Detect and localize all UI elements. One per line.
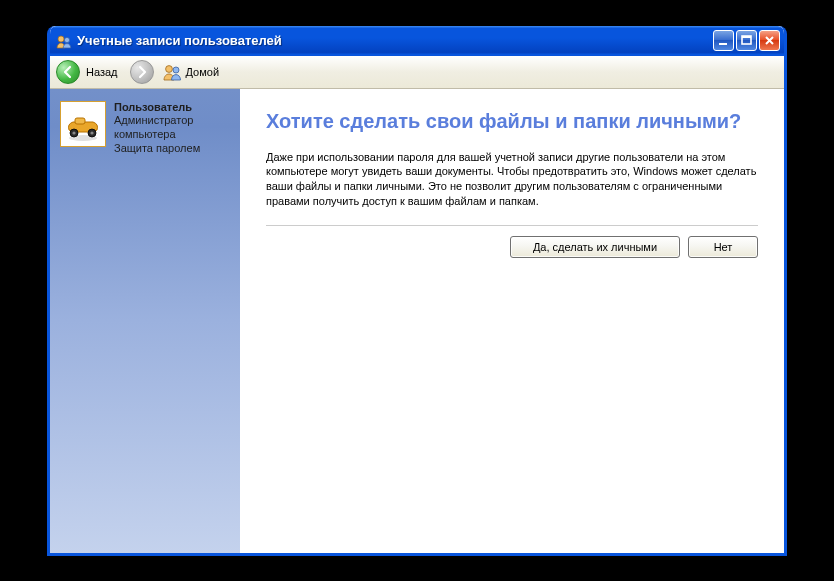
svg-point-0 (58, 36, 64, 42)
maximize-button[interactable] (736, 30, 757, 51)
svg-point-13 (90, 131, 93, 134)
users-icon (162, 62, 182, 82)
home-label: Домой (186, 66, 220, 78)
user-name: Пользователь (114, 101, 200, 115)
svg-point-6 (173, 67, 179, 73)
svg-rect-4 (742, 36, 751, 38)
close-button[interactable] (759, 30, 780, 51)
minimize-button[interactable] (713, 30, 734, 51)
back-label: Назад (84, 66, 126, 78)
user-role-line2: компьютера (114, 128, 200, 142)
user-role-line1: Администратор (114, 114, 200, 128)
titlebar[interactable]: Учетные записи пользователей (50, 26, 784, 56)
window-title: Учетные записи пользователей (77, 33, 713, 48)
sidebar: Пользователь Администратор компьютера За… (50, 89, 240, 553)
back-button[interactable] (56, 60, 80, 84)
divider (266, 225, 758, 226)
home-button[interactable]: Домой (162, 62, 220, 82)
user-card[interactable]: Пользователь Администратор компьютера За… (60, 101, 230, 156)
page-heading: Хотите сделать свои файлы и папки личным… (266, 109, 758, 134)
svg-rect-9 (75, 118, 85, 124)
main-panel: Хотите сделать свои файлы и папки личным… (240, 89, 784, 553)
svg-point-11 (72, 131, 75, 134)
window-buttons (713, 30, 780, 51)
yes-make-private-button[interactable]: Да, сделать их личными (510, 236, 680, 258)
avatar (60, 101, 106, 147)
forward-button[interactable] (130, 60, 154, 84)
no-button[interactable]: Нет (688, 236, 758, 258)
svg-point-5 (165, 65, 172, 72)
window: Учетные записи пользователей Назад (47, 26, 787, 556)
user-meta: Пользователь Администратор компьютера За… (114, 101, 200, 156)
content-area: Пользователь Администратор компьютера За… (50, 89, 784, 553)
app-icon (56, 33, 72, 49)
svg-point-1 (64, 37, 69, 42)
user-protection: Защита паролем (114, 142, 200, 156)
body-text: Даже при использовании пароля для вашей … (266, 150, 758, 209)
button-row: Да, сделать их личными Нет (266, 236, 758, 258)
toolbar: Назад Домой (50, 56, 784, 89)
svg-rect-2 (719, 43, 727, 45)
